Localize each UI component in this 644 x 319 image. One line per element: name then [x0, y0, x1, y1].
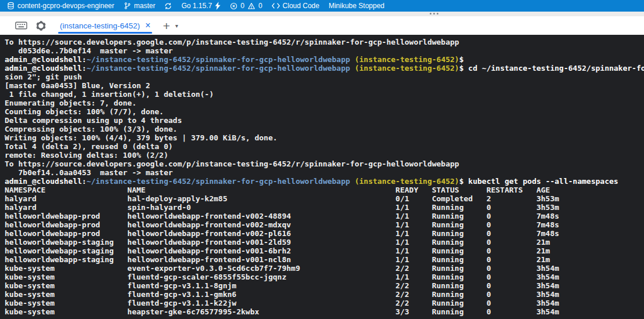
terminal-line: sion 2"; git push [5, 72, 644, 81]
terminal-settings-button[interactable] [35, 20, 46, 31]
error-icon [230, 2, 238, 10]
terminal-tab-bar: (instance-testing-6452) × + ▾ [0, 16, 644, 35]
terminal-line: [master 0aa0453] Blue, Version 2 [5, 81, 644, 90]
terminal-line: kube-system fluentd-gcp-v3.1.1-k22jw 2/2… [5, 299, 644, 307]
warning-icon [247, 2, 256, 10]
terminal-line: To https://source.developers.google.com/… [5, 160, 644, 168]
terminal-line: admin_@cloudshell:~/instance-testing-645… [5, 64, 644, 72]
terminal-line: helloworldwebapp-prod helloworldwebapp-f… [5, 220, 644, 229]
gear-icon [35, 20, 46, 31]
terminal-line: kube-system fluentd-gcp-v3.1.1-8gnjm 2/2… [5, 281, 644, 290]
terminal-line: halyard hal-deploy-apply-k2m85 0/1 Compl… [5, 194, 644, 203]
minikube-status-label: Minikube Stopped [329, 2, 384, 10]
new-tab-button[interactable]: + [163, 20, 170, 32]
terminal-line: Counting objects: 100% (7/7), done. [5, 107, 644, 116]
terminal-line: Compressing objects: 100% (3/3), done. [5, 125, 644, 133]
sync-icon [164, 2, 172, 10]
terminal-line: To https://source.developers.google.com/… [5, 38, 644, 46]
terminal-line: d053d6e..7b0ef14 master -> master [5, 46, 644, 55]
cloud-code-label: Cloud Code [283, 2, 319, 10]
problems-button[interactable]: 0 0 [225, 0, 267, 12]
terminal-line: 1 file changed, 1 insertion(+), 1 deleti… [5, 90, 644, 99]
keyboard-button[interactable] [15, 21, 27, 30]
terminal-line: Delta compression using up to 4 threads [5, 116, 644, 125]
terminal-line: kube-system fluentd-gcp-scaler-6855f55bc… [5, 273, 644, 281]
terminal-line: helloworldwebapp-prod helloworldwebapp-f… [5, 229, 644, 238]
cloud-shell-window: content-gcpro-devops-engineer master Go … [0, 0, 644, 319]
terminal-line: helloworldwebapp-staging helloworldwebap… [5, 238, 644, 246]
terminal-line: admin_@cloudshell:~/instance-testing-645… [5, 55, 644, 64]
minikube-status-button[interactable]: Minikube Stopped [324, 0, 389, 12]
git-branch-button[interactable]: master [119, 0, 160, 12]
terminal-line: kube-system event-exporter-v0.3.0-5cd6cc… [5, 264, 644, 273]
terminal-line: kube-system heapster-gke-6c76577995-2kwb… [5, 307, 644, 316]
terminal-line: kube-system fluentd-gcp-v3.1.1-gmkn6 2/2… [5, 290, 644, 299]
terminal[interactable]: To https://source.developers.google.com/… [0, 35, 644, 319]
terminal-output: To https://source.developers.google.com/… [5, 38, 644, 316]
branch-label: master [134, 2, 156, 10]
tab-instance-testing-6452[interactable]: (instance-testing-6452) × [58, 16, 152, 35]
lightning-icon [215, 2, 221, 10]
code-brackets-icon [272, 2, 280, 9]
go-version-button[interactable]: Go 1.15.7 [177, 0, 225, 12]
go-version-label: Go 1.15.7 [181, 2, 212, 10]
git-branch-icon [124, 2, 131, 10]
terminal-line: halyard spin-halyard-0 1/1 Running 0 3h5… [5, 203, 644, 212]
panel-resize-strip [0, 12, 644, 16]
tab-options-caret-icon[interactable]: ▾ [175, 23, 178, 29]
terminal-line: helloworldwebapp-staging helloworldwebap… [5, 246, 644, 255]
terminal-line: Total 4 (delta 2), reused 0 (delta 0) [5, 142, 644, 151]
project-label: content-gcpro-devops-engineer [17, 2, 114, 10]
error-count: 0 [240, 2, 244, 10]
tab-label: (instance-testing-6452) [60, 21, 140, 30]
terminal-line: admin_@cloudshell:~/instance-testing-645… [5, 177, 644, 186]
status-bar: content-gcpro-devops-engineer master Go … [0, 0, 644, 12]
terminal-line: NAMESPACE NAME READY STATUS RESTARTS AGE [5, 186, 644, 194]
tab-close-icon[interactable]: × [145, 21, 150, 30]
terminal-line: Enumerating objects: 7, done. [5, 99, 644, 107]
project-button[interactable]: content-gcpro-devops-engineer [2, 0, 119, 12]
warning-count: 0 [258, 2, 262, 10]
sync-button[interactable] [160, 0, 177, 12]
terminal-line: Writing objects: 100% (4/4), 379 bytes |… [5, 133, 644, 142]
terminal-line: helloworldwebapp-staging helloworldwebap… [5, 255, 644, 264]
cloud-code-button[interactable]: Cloud Code [267, 0, 324, 12]
terminal-line: helloworldwebapp-prod helloworldwebapp-f… [5, 212, 644, 220]
database-icon [7, 2, 15, 10]
panel-drag-handle[interactable] [430, 13, 438, 14]
terminal-line: remote: Resolving deltas: 100% (2/2) [5, 151, 644, 160]
terminal-line: 7b0ef14..0aa0453 master -> master [5, 168, 644, 177]
keyboard-icon [15, 21, 27, 30]
